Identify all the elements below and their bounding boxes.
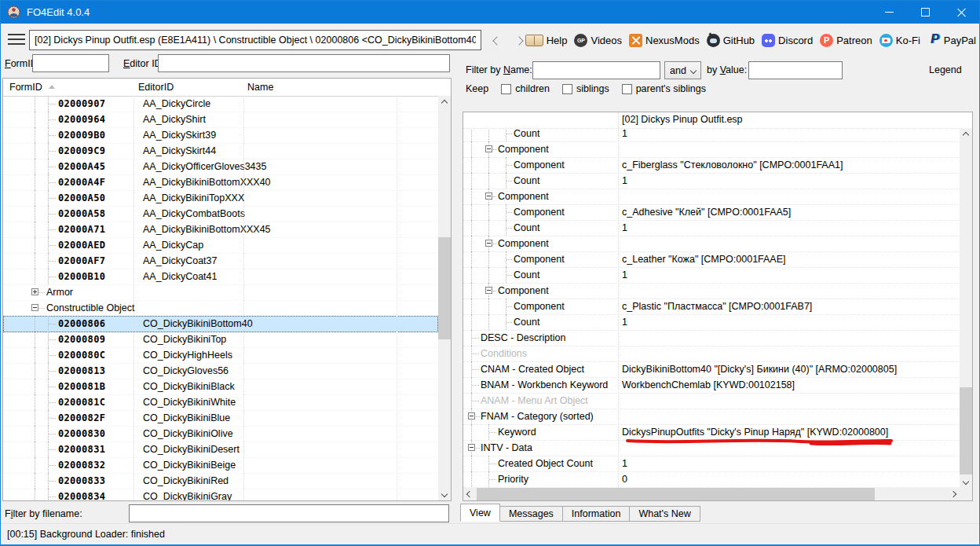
field-row[interactable]: Componentc_Adhesive "Клей" [CMPO:0001FAA… [463,204,960,221]
field-row[interactable]: Created Object Count1 [463,456,960,472]
record-row[interactable]: 0200081BCO_DickyBikiniBlack [3,379,438,395]
record-row[interactable]: 0200082FCO_DickyBikiniBlue [3,410,438,427]
filename-filter-input[interactable] [129,504,449,522]
field-row[interactable]: BNAM - Workbench KeywordWorkbenchChemlab… [463,377,960,394]
field-row[interactable]: Component [463,283,960,299]
record-row[interactable]: 02000AF7AA_DickyCoat37 [3,253,438,269]
field-row[interactable]: Priority0 [463,471,960,488]
column-header-formid[interactable]: FormID [9,82,55,93]
filter-operator-select[interactable]: and [664,61,701,79]
field-row[interactable]: Component [463,189,960,205]
record-row[interactable]: 02000964AA_DickyShirt [3,112,438,128]
record-row[interactable]: 02000806CO_DickyBikiniBottom40 [3,316,438,332]
back-button[interactable] [488,32,506,49]
collapse-box-icon[interactable] [468,412,475,420]
tab-what-s-new[interactable]: What's New [629,506,700,522]
field-row[interactable]: Count1 [463,314,960,331]
column-header-name[interactable]: Name [247,82,273,93]
field-row[interactable]: Component [463,141,960,158]
field-row[interactable]: Count1 [463,220,960,236]
field-row[interactable]: Conditions [463,346,960,362]
record-row[interactable]: 02000830CO_DickyBikiniOlive [3,426,438,442]
link-paypal[interactable]: PayPal [927,34,976,47]
plugin-column-header[interactable]: [02] Dickys Pinup Outfit.esp [622,114,743,125]
formid-filter-input[interactable] [32,54,109,72]
record-row[interactable]: 02000B10AA_DickyCoat41 [3,269,438,285]
record-row[interactable]: 02000A45AA_DickyOfficerGloves3435 [3,159,438,175]
right-hscrollbar[interactable] [463,488,960,500]
link-kofi[interactable]: Ko-Fi [879,34,920,47]
maximize-button[interactable] [907,1,943,24]
link-discord[interactable]: Discord [762,34,813,47]
legend-label[interactable]: Legend [929,64,962,75]
group-row[interactable]: Armor [3,284,438,301]
minimize-button[interactable] [871,1,907,24]
record-row[interactable]: 02000907AA_DickyCircle [3,96,438,112]
field-row[interactable]: Componentc_Fiberglass "Стекловолокно" [C… [463,157,960,174]
link-videos[interactable]: Videos [574,34,622,47]
record-row[interactable]: 02000A58AA_DickyCombatBoots [3,206,438,222]
column-header-editorid[interactable]: EditorID [138,82,174,93]
tab-information[interactable]: Information [562,506,631,522]
field-row[interactable]: INTV - Data [463,440,960,456]
link-nexusmods[interactable]: NexusMods [629,34,700,47]
close-button[interactable] [943,1,979,24]
filter-by-value-input[interactable] [748,61,843,79]
record-row[interactable]: 02000809CO_DickyBikiniTop [3,332,438,348]
scroll-right-button[interactable] [947,488,960,500]
right-scrollbar-thumb[interactable] [960,387,972,475]
left-scrollbar[interactable] [438,96,451,500]
collapse-box-icon[interactable] [485,192,492,200]
record-row[interactable]: 02000834CO_DickyBikiniGray [3,489,438,501]
link-github[interactable]: GitHub [707,34,755,47]
link-help[interactable]: Help [525,35,568,46]
field-row[interactable]: DESC - Description [463,330,960,346]
field-row[interactable]: FNAM - Category (sorted) [463,409,960,425]
record-row[interactable]: 02000A4FAA_DickyBikiniBottomXXX40 [3,174,438,191]
record-row[interactable]: 0200081CCO_DickyBikiniWhite [3,394,438,411]
tab-view[interactable]: View [460,504,500,522]
right-scrollbar[interactable] [960,128,972,488]
field-row[interactable]: Count1 [463,173,960,189]
record-row[interactable]: 0200080CCO_DickyHighHeels [3,347,438,364]
keep-siblings-checkbox[interactable] [562,84,572,94]
right-hscrollbar-thumb[interactable] [477,488,875,500]
left-scrollbar-thumb[interactable] [438,237,451,339]
record-row[interactable]: 020009C9AA_DickySkirt44 [3,143,438,159]
record-row[interactable]: 02000813CO_DickyGloves56 [3,363,438,379]
editorid-filter-input[interactable] [158,54,450,72]
field-row[interactable]: Componentc_Plastic "Пластмасса" [CMPO:00… [463,299,960,315]
group-row[interactable]: Constructible Object [3,300,438,317]
menu-button[interactable] [8,34,25,45]
field-row[interactable]: Count1 [463,267,960,284]
record-row[interactable]: 02000A50AA_DickyBikiniTopXXX [3,190,438,207]
field-row[interactable]: KeywordDickysPinupOutfits "Dicky's Pinup… [463,424,960,441]
record-row[interactable]: 02000833CO_DickyBikiniRed [3,473,438,489]
scroll-down-button[interactable] [438,487,451,500]
collapse-box-icon[interactable] [485,287,492,294]
breadcrumb-input[interactable] [29,30,481,50]
field-row[interactable]: Componentc_Leather "Кожа" [CMPO:0001FAAE… [463,251,960,268]
scroll-down-button[interactable] [960,475,972,488]
tab-messages[interactable]: Messages [499,506,563,522]
record-row[interactable]: 02000AEDAA_DickyCap [3,237,438,254]
record-row[interactable]: 02000832CO_DickyBikiniBeige [3,457,438,474]
scroll-up-button[interactable] [438,96,451,109]
filter-by-name-input[interactable] [532,61,660,79]
collapse-box-icon[interactable] [468,444,475,451]
keep-parent-s-siblings-checkbox[interactable] [622,84,632,94]
collapse-box-icon[interactable] [31,304,38,311]
record-row[interactable]: 02000831CO_DickyBikiniDesert [3,442,438,458]
scroll-left-button[interactable] [463,488,476,500]
record-row[interactable]: 020009B0AA_DickySkirt39 [3,127,438,144]
record-row[interactable]: 02000A71AA_DickyBikiniBottomXXX45 [3,222,438,238]
field-row[interactable]: Component [463,236,960,252]
field-row[interactable]: CNAM - Created ObjectDickyBikiniBottom40… [463,361,960,378]
field-row[interactable]: ANAM - Menu Art Object [463,393,960,409]
keep-children-checkbox[interactable] [501,84,511,94]
link-patreon[interactable]: Patreon [820,34,872,47]
collapse-box-icon[interactable] [485,240,492,247]
expand-box-icon[interactable] [31,288,38,295]
scroll-up-button[interactable] [960,128,972,141]
collapse-box-icon[interactable] [485,145,492,152]
